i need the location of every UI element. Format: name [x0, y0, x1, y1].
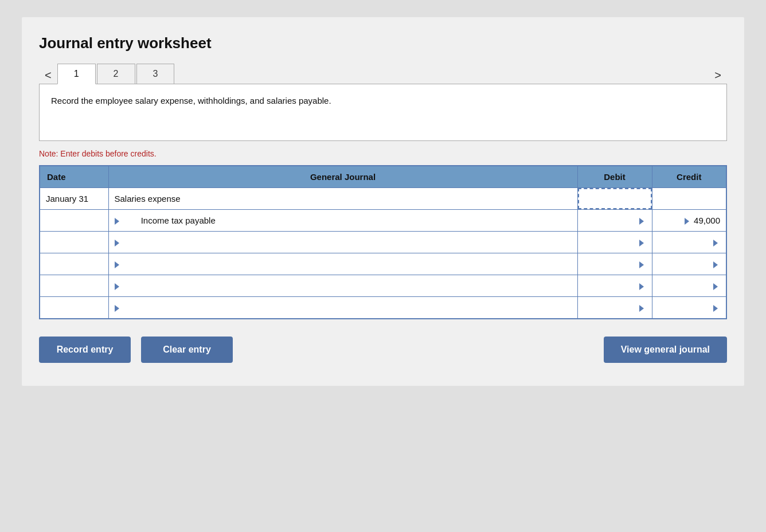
date-cell-2: [40, 210, 108, 232]
credit-cell-3[interactable]: [652, 232, 726, 253]
clear-entry-button[interactable]: Clear entry: [141, 337, 233, 363]
triangle-icon-5: [115, 283, 119, 290]
triangle-icon-debit-5: [639, 283, 644, 290]
table-row: [40, 253, 726, 275]
triangle-icon-credit-2: [685, 218, 689, 225]
next-arrow[interactable]: >: [709, 66, 727, 84]
table-row: [40, 297, 726, 319]
prev-arrow[interactable]: <: [39, 66, 57, 84]
table-row: [40, 275, 726, 297]
journal-table: Date General Journal Debit Credit Januar…: [39, 165, 727, 319]
journal-cell-4[interactable]: [108, 253, 577, 275]
debit-cell-3[interactable]: [577, 232, 652, 253]
table-row: January 31 Salaries expense: [40, 188, 726, 210]
header-debit: Debit: [577, 166, 652, 188]
credit-cell-5[interactable]: [652, 275, 726, 297]
credit-cell-4[interactable]: [652, 253, 726, 275]
tab-1[interactable]: 1: [57, 64, 96, 84]
triangle-icon-credit-4: [713, 261, 718, 268]
record-entry-button[interactable]: Record entry: [39, 337, 131, 363]
header-credit: Credit: [652, 166, 726, 188]
date-cell-3: [40, 232, 108, 253]
triangle-icon-debit-6: [639, 305, 644, 312]
date-cell-4: [40, 253, 108, 275]
debit-cell-6[interactable]: [577, 297, 652, 319]
header-date: Date: [40, 166, 108, 188]
header-general-journal: General Journal: [108, 166, 577, 188]
date-cell-5: [40, 275, 108, 297]
journal-cell-2[interactable]: Income tax payable: [108, 210, 577, 232]
triangle-icon-credit-6: [713, 305, 718, 312]
note-text: Note: Enter debits before credits.: [39, 149, 727, 158]
tab-2[interactable]: 2: [97, 64, 135, 84]
tab-3[interactable]: 3: [136, 64, 175, 84]
journal-cell-3[interactable]: [108, 232, 577, 253]
page-title: Journal entry worksheet: [39, 34, 727, 52]
debit-cell-4[interactable]: [577, 253, 652, 275]
debit-input-1[interactable]: [578, 188, 652, 209]
date-cell-1: January 31: [40, 188, 108, 210]
triangle-icon-debit-2: [639, 218, 644, 225]
credit-cell-1[interactable]: [652, 188, 726, 210]
instruction-box: Record the employee salary expense, with…: [39, 84, 727, 141]
triangle-icon-3: [115, 240, 119, 247]
triangle-icon-4: [115, 261, 119, 268]
journal-cell-6[interactable]: [108, 297, 577, 319]
tabs-row: < 1 2 3 >: [39, 64, 727, 84]
table-row: Income tax payable 49,000: [40, 210, 726, 232]
debit-cell-5[interactable]: [577, 275, 652, 297]
credit-cell-6[interactable]: [652, 297, 726, 319]
main-container: Journal entry worksheet < 1 2 3 > Record…: [22, 17, 744, 386]
buttons-row: Record entry Clear entry View general jo…: [39, 337, 727, 363]
view-general-journal-button[interactable]: View general journal: [604, 337, 727, 363]
triangle-icon-credit-3: [713, 240, 718, 247]
debit-cell-2[interactable]: [577, 210, 652, 232]
credit-cell-2[interactable]: 49,000: [652, 210, 726, 232]
triangle-icon-debit-3: [639, 240, 644, 247]
debit-cell-1[interactable]: [577, 188, 652, 210]
triangle-icon-6: [115, 305, 119, 312]
triangle-icon-credit-5: [713, 283, 718, 290]
journal-cell-5[interactable]: [108, 275, 577, 297]
table-row: [40, 232, 726, 253]
instruction-text: Record the employee salary expense, with…: [51, 96, 331, 105]
triangle-icon-debit-4: [639, 261, 644, 268]
journal-cell-1[interactable]: Salaries expense: [108, 188, 577, 210]
triangle-icon-2: [115, 218, 119, 225]
date-cell-6: [40, 297, 108, 319]
